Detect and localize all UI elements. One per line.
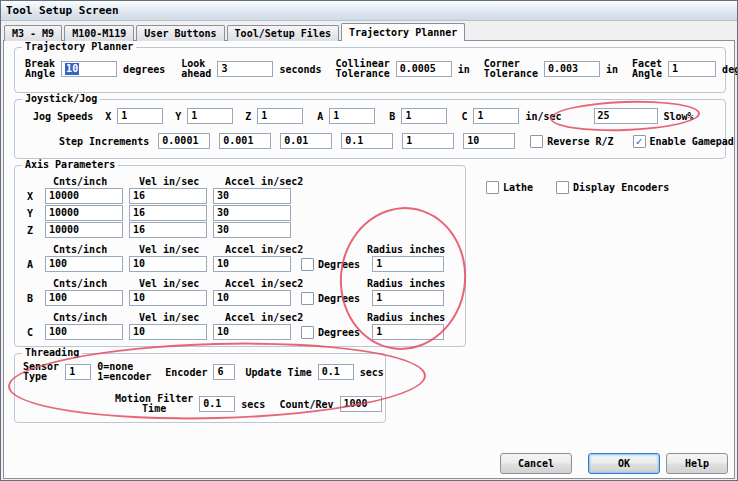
sensor-type-field[interactable]: 1 <box>65 364 91 380</box>
reverse-rz-checkbox-box <box>530 135 543 148</box>
y-vel-field[interactable]: 16 <box>129 205 207 221</box>
look-ahead-label: Look ahead <box>181 59 211 79</box>
group-axis-parameters-label: Axis Parameters <box>22 159 118 170</box>
titlebar[interactable]: Tool Setup Screen <box>1 1 737 21</box>
header-radius: Radius inches <box>367 278 445 289</box>
degrees-checkbox-a-box <box>301 258 314 271</box>
degrees-checkbox-a[interactable]: Degrees <box>301 258 360 271</box>
header-cnts: Cnts/inch <box>53 244 139 255</box>
header-radius: Radius inches <box>367 244 445 255</box>
step-increment-3-field[interactable]: 0.01 <box>280 133 332 149</box>
step-increment-5-field[interactable]: 1 <box>402 133 454 149</box>
motion-filter-field[interactable]: 0.1 <box>199 396 235 412</box>
axis-row-z: Z 10000 16 30 <box>27 222 291 238</box>
jog-axis-b-label: B <box>389 111 395 122</box>
axis-header-row-c: Cnts/inch Vel in/sec Accel in/sec2 Radiu… <box>53 312 445 323</box>
axis-c-label: C <box>27 327 39 338</box>
look-ahead-unit: seconds <box>279 64 321 75</box>
c-accel-field[interactable]: 10 <box>213 324 291 340</box>
b-cnts-field[interactable]: 100 <box>45 290 123 306</box>
group-threading: Threading Sensor Type 1 0=none 1=encoder… <box>14 353 386 423</box>
collinear-tolerance-field[interactable]: 0.0005 <box>396 61 452 77</box>
a-vel-field[interactable]: 10 <box>129 256 207 272</box>
update-time-field[interactable]: 0.1 <box>318 364 354 380</box>
update-time-label: Update Time <box>245 367 311 378</box>
axis-header-row-b: Cnts/inch Vel in/sec Accel in/sec2 Radiu… <box>53 278 445 289</box>
corner-tolerance-field[interactable]: 0.003 <box>544 61 600 77</box>
c-cnts-field[interactable]: 100 <box>45 324 123 340</box>
y-cnts-field[interactable]: 10000 <box>45 205 123 221</box>
slow-percent-label: Slow% <box>664 111 694 122</box>
z-accel-field[interactable]: 30 <box>213 222 291 238</box>
radius-field-b[interactable]: 1 <box>372 290 444 306</box>
z-vel-field[interactable]: 16 <box>129 222 207 238</box>
group-threading-label: Threading <box>22 347 82 358</box>
z-cnts-field[interactable]: 10000 <box>45 222 123 238</box>
x-accel-field[interactable]: 30 <box>213 188 291 204</box>
tab-m100-m119[interactable]: M100-M119 <box>64 25 134 41</box>
header-cnts: Cnts/inch <box>53 312 139 323</box>
tab-m3-m9[interactable]: M3 - M9 <box>4 25 62 41</box>
header-cnts: Cnts/inch <box>53 176 139 187</box>
reverse-rz-checkbox[interactable]: Reverse R/Z <box>530 135 613 148</box>
corner-tolerance-unit: in <box>606 64 618 75</box>
degrees-checkbox-b[interactable]: Degrees <box>301 292 360 305</box>
break-angle-field[interactable]: 10 <box>61 61 117 77</box>
ok-button[interactable]: OK <box>588 453 660 474</box>
corner-tolerance-label: Corner Tolerance <box>484 59 538 79</box>
axis-row-c: C 100 10 10 Degrees 1 <box>27 324 444 340</box>
lathe-checkbox[interactable]: Lathe <box>486 181 533 194</box>
encoder-field[interactable]: 6 <box>213 364 235 380</box>
facet-angle-unit: degrees <box>722 64 738 75</box>
motion-filter-unit: secs <box>241 399 265 410</box>
degrees-checkbox-c[interactable]: Degrees <box>301 326 360 339</box>
c-vel-field[interactable]: 10 <box>129 324 207 340</box>
y-accel-field[interactable]: 30 <box>213 205 291 221</box>
tab-user-buttons[interactable]: User Buttons <box>136 25 224 41</box>
b-vel-field[interactable]: 10 <box>129 290 207 306</box>
step-increment-2-field[interactable]: 0.001 <box>219 133 271 149</box>
radius-field-a[interactable]: 1 <box>372 256 444 272</box>
enable-gamepad-checkbox[interactable]: ✓ Enable Gamepad <box>633 135 734 148</box>
cancel-button[interactable]: Cancel <box>500 453 572 474</box>
lathe-label: Lathe <box>503 182 533 193</box>
display-encoders-checkbox[interactable]: Display Encoders <box>556 181 669 194</box>
jog-speed-b-field[interactable]: 1 <box>401 108 447 124</box>
tab-page: Trajectory Planner Break Angle 10 degree… <box>3 40 735 479</box>
display-encoders-checkbox-box <box>556 181 569 194</box>
jog-axis-a-label: A <box>317 111 323 122</box>
jog-speed-c-field[interactable]: 1 <box>473 108 519 124</box>
help-button[interactable]: Help <box>666 453 728 474</box>
step-increment-4-field[interactable]: 0.1 <box>341 133 393 149</box>
jog-axis-c-label: C <box>461 111 467 122</box>
x-cnts-field[interactable]: 10000 <box>45 188 123 204</box>
axis-b-label: B <box>27 293 39 304</box>
checkmark-icon: ✓ <box>633 135 646 148</box>
look-ahead-field[interactable]: 3 <box>217 61 273 77</box>
group-axis-parameters: Axis Parameters Cnts/inch Vel in/sec Acc… <box>14 165 466 347</box>
tab-trajectory-planner[interactable]: Trajectory Planner <box>341 23 465 41</box>
facet-angle-field[interactable]: 1 <box>668 61 716 77</box>
axis-row-y: Y 10000 16 30 <box>27 205 291 221</box>
slow-percent-field[interactable]: 25 <box>594 108 658 124</box>
group-trajectory-planner: Trajectory Planner Break Angle 10 degree… <box>14 47 726 93</box>
tab-tool-setup-files[interactable]: Tool/Setup Files <box>227 25 339 41</box>
jog-speed-y-field[interactable]: 1 <box>187 108 233 124</box>
axis-a-label: A <box>27 259 39 270</box>
a-cnts-field[interactable]: 100 <box>45 256 123 272</box>
jog-speed-a-field[interactable]: 1 <box>329 108 375 124</box>
count-rev-field[interactable]: 1000 <box>340 396 382 412</box>
collinear-tolerance-label: Collinear Tolerance <box>336 59 390 79</box>
jog-speed-z-field[interactable]: 1 <box>257 108 303 124</box>
axis-header-row-linear: Cnts/inch Vel in/sec Accel in/sec2 <box>53 176 303 187</box>
facet-angle-label: Facet Angle <box>632 59 662 79</box>
axis-row-x: X 10000 16 30 <box>27 188 291 204</box>
x-vel-field[interactable]: 16 <box>129 188 207 204</box>
step-increment-1-field[interactable]: 0.0001 <box>158 133 210 149</box>
jog-speed-x-field[interactable]: 1 <box>117 108 163 124</box>
step-increment-6-field[interactable]: 10 <box>463 133 515 149</box>
a-accel-field[interactable]: 10 <box>213 256 291 272</box>
b-accel-field[interactable]: 10 <box>213 290 291 306</box>
break-angle-label: Break Angle <box>25 59 55 79</box>
radius-field-c[interactable]: 1 <box>372 324 444 340</box>
